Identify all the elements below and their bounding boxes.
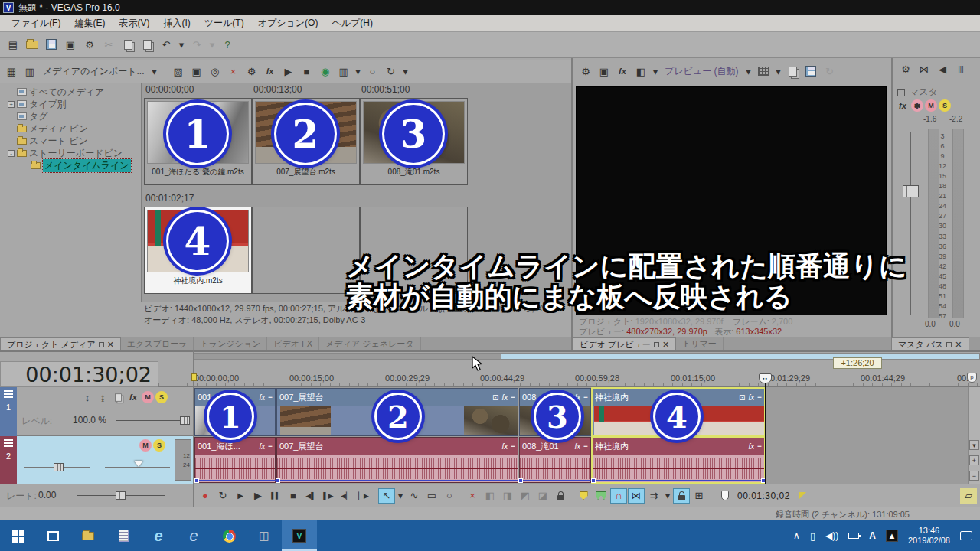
view-dropdown-icon[interactable]: ▾ [354, 64, 363, 79]
audio-clip-header[interactable]: 007_展望台fx≡ [277, 438, 518, 455]
storyboard-item[interactable]: 00:00:51;00008_滝01.m2ts3 [360, 84, 468, 185]
auto-crossfade-icon[interactable]: ⋈ [628, 488, 645, 504]
dim-output-icon[interactable]: ◀ [934, 61, 951, 77]
dock-icon[interactable] [946, 342, 952, 347]
tray-expand-icon[interactable]: ∧ [793, 530, 800, 541]
extract-audio-from-cd-icon[interactable]: ◎ [207, 64, 224, 79]
delete-icon[interactable]: × [464, 488, 481, 504]
volume-slider[interactable] [24, 467, 90, 468]
audio-clip-body[interactable] [277, 455, 518, 482]
taskbar-clock[interactable]: 13:46 2019/02/08 [908, 526, 950, 546]
loop-playback-icon[interactable]: ↻ [214, 488, 231, 504]
envelope-point[interactable] [591, 478, 596, 483]
tree-item-label[interactable]: タグ [29, 110, 48, 123]
auto-preview-icon[interactable]: ↻ [383, 64, 400, 79]
previous-frame-icon[interactable]: ◀▏ [338, 488, 354, 504]
tree-item[interactable]: メインタイムライン [0, 159, 141, 171]
clip-menu-icon[interactable]: ≡ [268, 393, 273, 402]
save-snapshot-icon[interactable] [802, 64, 819, 79]
close-icon[interactable]: ✕ [107, 340, 114, 350]
video-fx-icon[interactable]: fx [614, 64, 631, 79]
zoom-out-icon[interactable]: − [969, 471, 979, 481]
media-properties-icon[interactable]: ⚙ [243, 64, 260, 79]
track-height-icon[interactable]: ↕ [80, 390, 94, 405]
project-properties-icon[interactable]: ⚙ [81, 37, 98, 52]
play-icon[interactable]: ▶ [250, 488, 266, 504]
insert-region-icon[interactable] [593, 488, 609, 504]
media-app-button[interactable]: ◫ [247, 520, 282, 551]
envelope-point[interactable] [276, 478, 280, 483]
clip-menu-icon[interactable]: ≡ [583, 442, 588, 451]
timeline-ruler[interactable]: 00:00:00;0000:00:15;0000:00:29;2900:00:4… [158, 372, 980, 387]
marker-indicator-icon[interactable] [794, 488, 811, 504]
master-fader-handle[interactable] [903, 185, 919, 197]
dock-icon[interactable] [99, 342, 104, 347]
action-center-icon[interactable] [960, 531, 972, 540]
menu-item-5[interactable]: オプション(O) [251, 15, 325, 31]
tab-master-bus[interactable]: マスタ バス ✕ [891, 337, 969, 350]
tree-item-label[interactable]: スマート ビン [29, 135, 88, 148]
grid-dropdown-icon[interactable]: ▾ [773, 64, 782, 79]
auto-ripple-icon[interactable]: ⇉ [645, 488, 662, 504]
capture-video-icon[interactable]: ▣ [188, 64, 205, 79]
preview-quality-dropdown-icon[interactable]: ▾ [743, 64, 753, 79]
audio-clip-body[interactable] [593, 455, 764, 482]
task-view-button[interactable] [35, 520, 70, 551]
tree-item[interactable]: +タイプ別 [0, 98, 141, 110]
undo-dropdown-icon[interactable]: ▾ [177, 37, 186, 52]
trim-start-icon[interactable]: ◧ [482, 488, 498, 504]
clip-menu-icon[interactable]: ≡ [757, 393, 762, 402]
close-icon[interactable]: ✕ [955, 340, 962, 350]
edit-tool-dropdown-icon[interactable]: ▾ [396, 488, 405, 504]
ignore-event-grouping-icon[interactable]: ⊞ [691, 488, 707, 504]
track-menu-icon[interactable] [4, 439, 13, 447]
clip-menu-icon[interactable]: ≡ [511, 442, 515, 451]
internet-explorer-button[interactable]: e [176, 520, 211, 551]
copy-snapshot-icon[interactable] [784, 64, 801, 79]
playhead-line[interactable] [765, 373, 766, 484]
new-project-icon[interactable]: ▤ [5, 37, 21, 52]
tab-transitions[interactable]: トランジション [194, 337, 267, 350]
clip-crop-icon[interactable]: ⊡ [492, 393, 498, 402]
compositing-mode-icon[interactable] [111, 390, 125, 405]
video-track-strip[interactable]: 1 [0, 387, 17, 436]
clip-fx-icon[interactable]: fx [748, 393, 754, 402]
menu-item-0[interactable]: ファイル(F) [5, 15, 67, 31]
expand-icon[interactable]: + [8, 101, 15, 108]
save-project-icon[interactable] [43, 37, 60, 52]
import-dropdown-icon[interactable]: ▾ [149, 64, 160, 79]
import-media-label[interactable]: メディアのインポート... [40, 65, 148, 78]
bus-icon[interactable] [897, 89, 905, 96]
rate-slider-thumb[interactable] [116, 491, 126, 500]
usb-icon[interactable]: ▯ [810, 530, 815, 542]
scroll-down-icon[interactable]: ▾ [969, 440, 979, 450]
zoom-in-icon[interactable]: + [969, 455, 979, 465]
menu-item-2[interactable]: 表示(V) [112, 15, 156, 31]
storyboard-item[interactable]: 00:00:13;00007_展望台.m2ts2 [252, 84, 360, 185]
hover-scrub-icon[interactable]: ○ [364, 64, 381, 79]
volume-slider-thumb[interactable] [54, 463, 64, 471]
pan-slider-thumb[interactable] [134, 461, 143, 467]
copy-icon[interactable] [119, 37, 136, 52]
menu-item-6[interactable]: ヘルプ(H) [325, 15, 380, 31]
whats-this-help-icon[interactable]: ? [219, 37, 236, 52]
file-explorer-button[interactable] [70, 520, 106, 551]
enable-snapping-icon[interactable]: ∩ [610, 488, 627, 504]
audio-clip-3[interactable]: 008_滝01fx≡ [519, 437, 591, 483]
track-mute-icon[interactable]: M [142, 391, 154, 403]
tree-item[interactable]: スマート ビン [0, 135, 141, 147]
clip-menu-icon[interactable]: ≡ [511, 393, 515, 402]
tree-item[interactable]: -ストーリーボードビン [0, 147, 141, 159]
audio-clip-body[interactable] [520, 455, 590, 482]
redo-icon[interactable]: ↷ [188, 37, 205, 52]
tab-video-fx[interactable]: ビデオ FX [267, 337, 319, 350]
audio-track-strip[interactable]: 2 [0, 436, 17, 484]
grid-overlay-icon[interactable] [755, 64, 772, 79]
clip-fx-icon[interactable]: fx [259, 393, 265, 402]
tab-video-preview[interactable]: ビデオ プレビュー ✕ [573, 337, 676, 350]
import-media-icon[interactable]: ▥ [21, 64, 38, 79]
master-fx-icon[interactable]: fx [896, 98, 910, 113]
clip-fx-icon[interactable]: fx [574, 442, 580, 451]
go-to-end-icon[interactable]: ▌▶ [320, 488, 337, 504]
start-preview-icon[interactable]: ▶ [280, 64, 297, 79]
